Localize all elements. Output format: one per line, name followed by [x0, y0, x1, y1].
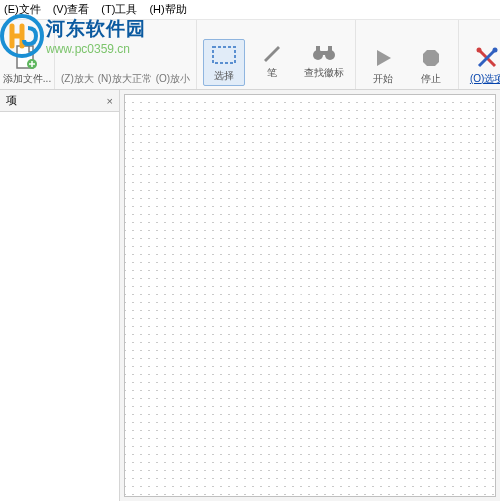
svg-point-10: [493, 48, 498, 53]
stop-label: 停止: [421, 72, 441, 86]
svg-point-9: [477, 48, 482, 53]
find-badge-label: 查找徽标: [304, 66, 344, 80]
zoom-in-button[interactable]: (Z)放大: [61, 72, 94, 86]
watermark-url: www.pc0359.cn: [46, 42, 146, 56]
options-label: (O)选项: [470, 72, 500, 86]
watermark-logo: 河东软件园 www.pc0359.cn: [0, 14, 146, 58]
find-badge-button[interactable]: 查找徽标: [299, 39, 349, 86]
canvas-viewport: www.pc0359.cn: [120, 90, 500, 501]
select-tool-button[interactable]: 选择: [203, 39, 245, 86]
svg-rect-6: [320, 51, 328, 55]
binoculars-icon: [311, 39, 337, 65]
logo-icon: [0, 14, 44, 58]
pen-label: 笔: [267, 66, 277, 80]
selection-rect-icon: [211, 42, 237, 68]
watermark-title: 河东软件园: [46, 16, 146, 42]
close-icon[interactable]: ×: [107, 95, 113, 107]
menu-help[interactable]: (H)帮助: [149, 2, 186, 17]
transparent-canvas[interactable]: [124, 94, 496, 497]
svg-rect-8: [328, 46, 332, 52]
pen-icon: [259, 39, 285, 65]
side-tab-label: 项: [6, 93, 17, 108]
select-label: 选择: [214, 69, 234, 83]
svg-rect-3: [213, 47, 235, 63]
side-panel-tab[interactable]: 项 ×: [0, 90, 119, 112]
pen-tool-button[interactable]: 笔: [251, 39, 293, 86]
zoom-out-button[interactable]: (O)放小: [156, 72, 190, 86]
stop-button[interactable]: 停止: [410, 45, 452, 86]
content-area: 项 × www.pc0359.cn: [0, 90, 500, 501]
zoom-normal-button[interactable]: (N)放大正常: [98, 72, 152, 86]
side-panel: 项 ×: [0, 90, 120, 501]
start-button[interactable]: 开始: [362, 45, 404, 86]
add-file-label: 添加文件...: [3, 72, 51, 86]
stop-icon: [418, 45, 444, 71]
tools-cross-icon: [474, 45, 500, 71]
start-label: 开始: [373, 72, 393, 86]
options-button[interactable]: (O)选项: [465, 45, 500, 86]
svg-rect-7: [316, 46, 320, 52]
play-icon: [370, 45, 396, 71]
